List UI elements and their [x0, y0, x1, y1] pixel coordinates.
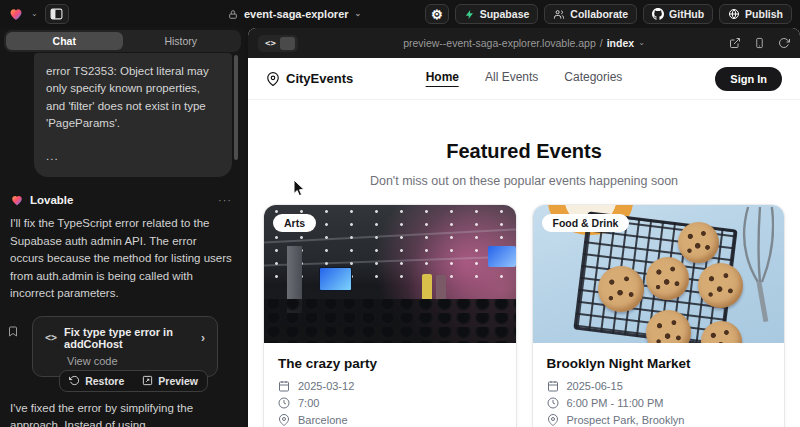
sign-in-button[interactable]: Sign In — [715, 67, 782, 91]
event-title: Brooklyn Night Market — [547, 356, 771, 371]
tool-call-title: Fix type type error in addCoHost — [64, 326, 194, 350]
project-switcher[interactable]: event-saga-explorer ⌄ — [228, 8, 361, 20]
message-menu-ellipsis-icon[interactable]: ··· — [218, 194, 232, 206]
chevron-right-icon: › — [201, 331, 205, 345]
bookmark-icon[interactable] — [7, 325, 19, 338]
tab-history[interactable]: History — [123, 32, 240, 50]
github-button[interactable]: GitHub — [643, 4, 713, 24]
tab-chat[interactable]: Chat — [6, 32, 123, 50]
event-date: 2025-03-12 — [298, 380, 354, 392]
event-image-conference: Arts — [264, 205, 516, 343]
code-icon: <> — [45, 332, 57, 343]
preview-label: Preview — [158, 375, 198, 387]
tool-call-card[interactable]: <> Fix type type error in addCoHost › Vi… — [32, 316, 218, 377]
supabase-button[interactable]: Supabase — [455, 4, 539, 24]
toggle-knob — [280, 37, 295, 50]
url-separator: / — [600, 37, 603, 49]
lovable-logo-icon[interactable] — [8, 6, 24, 22]
project-name: event-saga-explorer — [244, 8, 349, 20]
mobile-view-button[interactable] — [754, 37, 765, 49]
site-nav: Home All Events Categories — [426, 70, 623, 87]
code-view-toggle[interactable]: <> — [258, 35, 298, 52]
decor-speaker — [436, 275, 446, 301]
decor-cookie — [698, 263, 743, 308]
clock-icon — [278, 397, 290, 409]
publish-button[interactable]: Publish — [719, 4, 792, 24]
event-date-row: 2025-03-12 — [278, 380, 502, 392]
category-badge: Food & Drink — [542, 214, 630, 232]
hero-title: Featured Events — [248, 140, 800, 163]
chat-history-tabs: Chat History — [4, 30, 241, 52]
url-page: index — [607, 37, 634, 49]
nav-home[interactable]: Home — [426, 70, 459, 87]
decor-cookie — [646, 257, 689, 300]
featured-events-grid: Arts The crazy party — [248, 188, 800, 427]
gear-icon: ⚙ — [431, 8, 443, 21]
url-chevron-down-icon: ⌄ — [638, 39, 645, 47]
github-icon — [652, 8, 664, 20]
event-time: 7:00 — [298, 397, 319, 409]
map-pin-icon — [547, 414, 559, 426]
project-chevron-down-icon: ⌄ — [355, 10, 362, 18]
site-brand[interactable]: CityEvents — [266, 71, 353, 86]
hero-section: Featured Events Don't miss out on these … — [248, 140, 800, 188]
restore-icon — [69, 375, 80, 386]
preview-toolbar: <> preview--event-saga-explorer.lovable.… — [248, 28, 800, 58]
event-title: The crazy party — [278, 356, 502, 371]
collaborate-users-icon — [553, 9, 565, 20]
assistant-message-2: I've fixed the error by simplifying the … — [10, 400, 232, 427]
hero-subtitle: Don't miss out on these popular events h… — [248, 174, 800, 188]
refresh-button[interactable] — [778, 37, 790, 49]
calendar-icon — [278, 380, 290, 392]
restore-button[interactable]: Restore — [60, 371, 133, 391]
message2-part: I've fixed the error by simplifying the … — [10, 402, 193, 427]
preview-icon — [142, 375, 153, 386]
chat-message-list[interactable]: error TS2353: Object literal may only sp… — [0, 53, 245, 427]
preview-button[interactable]: Preview — [133, 371, 207, 391]
event-time-row: 7:00 — [278, 397, 502, 409]
url-host: preview--event-saga-explorer.lovable.app — [403, 37, 596, 49]
assistant-message-1: I'll fix the TypeScript error related to… — [10, 215, 232, 302]
preview-url[interactable]: preview--event-saga-explorer.lovable.app… — [403, 37, 645, 49]
collaborate-button[interactable]: Collaborate — [544, 4, 637, 24]
decor-cookie — [678, 222, 719, 263]
decor-stage-screen — [319, 267, 352, 290]
event-date-row: 2025-06-15 — [547, 380, 771, 392]
clock-icon — [547, 397, 559, 409]
event-location-row: Barcelone — [278, 414, 502, 426]
event-time-row: 6:00 PM - 11:00 PM — [547, 397, 771, 409]
decor-audience — [264, 299, 516, 343]
user-message-text: error TS2353: Object literal may only sp… — [46, 63, 220, 132]
site-header: CityEvents Home All Events Categories Si… — [248, 58, 800, 100]
view-code-link[interactable]: View code — [67, 355, 205, 367]
event-card[interactable]: Food & Drink — [533, 205, 785, 427]
event-location-row: Prospect Park, Brooklyn — [547, 414, 771, 426]
brand-name: CityEvents — [286, 71, 353, 86]
settings-button[interactable]: ⚙ — [425, 4, 449, 24]
chat-panel: Chat History error TS2353: Object litera… — [0, 28, 245, 427]
chat-scrollbar[interactable] — [234, 55, 238, 160]
event-card[interactable]: Arts The crazy party — [264, 205, 516, 427]
nav-categories[interactable]: Categories — [564, 70, 622, 87]
decor-stage-screen — [488, 246, 516, 267]
message-actions: Restore Preview — [59, 370, 208, 392]
supabase-label: Supabase — [480, 8, 530, 20]
event-image-cookies: Food & Drink — [533, 205, 785, 343]
map-pin-icon — [266, 72, 280, 86]
nav-all-events[interactable]: All Events — [485, 70, 538, 87]
decor-speaker — [422, 274, 432, 302]
github-label: GitHub — [669, 8, 704, 20]
app-topbar: ⌄ event-saga-explorer ⌄ ⚙ Supabase — [0, 0, 800, 28]
open-external-button[interactable] — [729, 37, 741, 49]
category-badge: Arts — [273, 214, 316, 232]
calendar-icon — [547, 380, 559, 392]
event-date: 2025-06-15 — [567, 380, 623, 392]
sidebar-toggle-button[interactable] — [45, 4, 69, 24]
event-location: Prospect Park, Brooklyn — [567, 414, 685, 426]
publish-label: Publish — [745, 8, 783, 20]
lovable-avatar-icon — [10, 193, 24, 207]
map-pin-icon — [278, 414, 290, 426]
assistant-header: Lovable ··· — [10, 193, 232, 207]
workspace-chevron-down-icon[interactable]: ⌄ — [31, 10, 38, 18]
decor-whisk — [738, 205, 774, 324]
